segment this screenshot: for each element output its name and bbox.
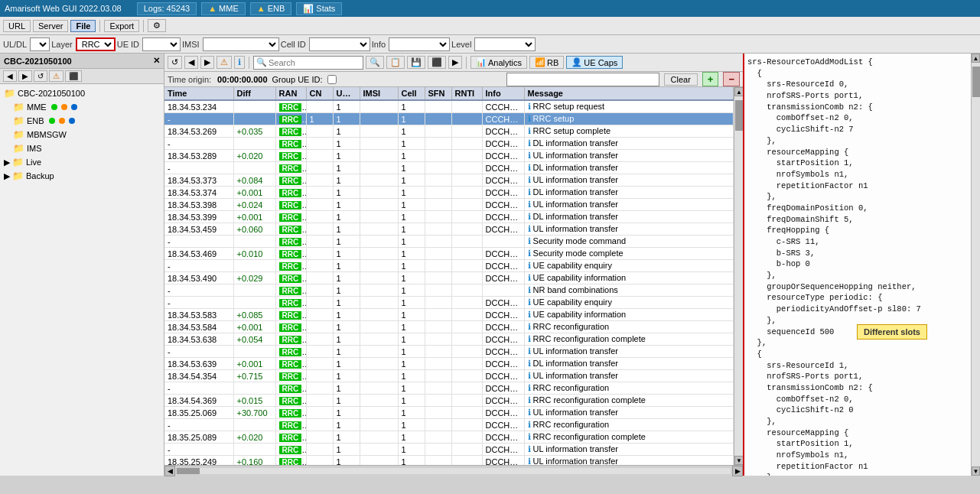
td-sfn [425, 431, 451, 444]
group-ue-checkbox[interactable] [327, 75, 337, 84]
table-row[interactable]: 18.34.54.369+0.015RRC→11DCCH-NRℹ RRC rec… [164, 395, 734, 407]
url-button[interactable]: URL [3, 20, 31, 32]
filter2-button[interactable]: 🔍 [366, 56, 384, 69]
layer-select[interactable]: RRC [76, 37, 116, 51]
table-row[interactable]: -RRC→11DCCH-NRℹ UE capability enquiry [164, 260, 734, 272]
export-button[interactable]: Export [104, 20, 139, 32]
sidebar-close-icon[interactable]: ✕ [153, 56, 160, 66]
h-scrollbar[interactable]: ◀ ▶ [164, 465, 743, 476]
logs-button[interactable]: Logs: 45243 [137, 2, 197, 15]
analytics-button[interactable]: 📊 Analytics [470, 56, 527, 69]
table-row[interactable]: 18.34.53.490+0.029RRC→11DCCH-NRℹ UE capa… [164, 272, 734, 284]
right-scroll-thumb[interactable] [972, 67, 980, 97]
filter-text-input[interactable] [506, 73, 659, 86]
info-select[interactable] [389, 37, 450, 51]
table-row[interactable]: 18.34.53.638+0.054RRC→11DCCH-NRℹ RRC rec… [164, 333, 734, 346]
table-row[interactable]: 18.34.53.399+0.001RRC→11DCCH-NRℹ DL info… [164, 211, 734, 223]
ue-caps-button[interactable]: 👤 UE Caps [566, 56, 623, 69]
table-row[interactable]: 18.34.53.289+0.020RRC→11DCCH-NRℹ UL info… [164, 150, 734, 162]
add-button[interactable]: + [702, 72, 719, 86]
h-scroll-track[interactable] [177, 468, 731, 474]
minus-button[interactable]: − [723, 72, 740, 86]
table-row[interactable]: 18.34.53.374+0.001RRC→11DCCH-NRℹ DL info… [164, 187, 734, 199]
rb-button[interactable]: 📶 RB [529, 56, 564, 69]
tree-item-root[interactable]: 📁 CBC-2021050100 [2, 86, 161, 100]
save-button[interactable]: 💾 [407, 56, 425, 69]
tree-item-mbmsgw[interactable]: 📁 MBMSGW [2, 128, 161, 141]
table-row[interactable]: 18.35.25.069+30.700RRC→11DCCH-NRℹ UL inf… [164, 407, 734, 419]
right-scroll-up[interactable]: ▲ [972, 54, 980, 63]
copy-button[interactable]: 📋 [386, 56, 405, 69]
info-button[interactable]: ℹ [234, 56, 245, 69]
table-row[interactable]: -RRC→11DCCH-NRℹ DL information transfer [164, 138, 734, 150]
tree-item-backup[interactable]: ▶ 📁 Backup [2, 169, 161, 183]
h-scroll-left[interactable]: ◀ [164, 466, 175, 476]
th-cell: Cell [398, 87, 425, 100]
table-row[interactable]: 18.34.53.373+0.084RRC→11DCCH-NRℹ UL info… [164, 174, 734, 187]
play-button[interactable]: ▶ [448, 56, 462, 69]
table-row[interactable]: -RRC→111CCCH-NRℹ RRC setup [164, 113, 734, 125]
h-scroll-thumb[interactable] [177, 468, 200, 474]
cellid-select[interactable] [309, 37, 370, 51]
tree-item-mme[interactable]: 📁 MME [2, 100, 161, 114]
table-row[interactable]: 18.34.53.584+0.001RRC→11DCCH-NRℹ RRC rec… [164, 321, 734, 333]
forward-button[interactable]: ▶ [200, 56, 214, 69]
sidebar-nav-back[interactable]: ◀ [3, 70, 17, 82]
table-row[interactable]: -RRC→11DCCH-NRℹ RRC reconfiguration [164, 382, 734, 395]
sidebar-nav-refresh[interactable]: ↺ [34, 70, 47, 82]
warn-button[interactable]: ⚠ [217, 56, 232, 69]
enb-button[interactable]: ▲ ENB [250, 2, 292, 15]
td-rnti [451, 236, 482, 248]
table-row[interactable]: 18.34.53.398+0.024RRC→11DCCH-NRℹ UL info… [164, 199, 734, 211]
v-scrollbar[interactable]: ▲ ▼ [734, 87, 743, 465]
table-row[interactable]: 18.34.54.354+0.715RRC→11DCCH-NRℹ UL info… [164, 370, 734, 382]
td-message: ℹ UL information transfer [524, 150, 734, 162]
tree-item-ims[interactable]: 📁 IMS [2, 141, 161, 155]
table-row[interactable]: 18.34.53.459+0.060RRC→11DCCH-NRℹ UL info… [164, 223, 734, 236]
table-row[interactable]: -RRC→11DCCH-NRℹ DL information transfer [164, 162, 734, 174]
table-row[interactable]: -RRC→11ℹ Security mode command [164, 236, 734, 248]
layer-label: Layer [51, 40, 73, 49]
h-scroll-right[interactable]: ▶ [732, 466, 743, 476]
table-row[interactable]: -RRC→11ℹ NR band combinations [164, 284, 734, 297]
rrc-badge: RRC [279, 238, 302, 246]
file-button[interactable]: File [70, 20, 96, 32]
table-row[interactable]: 18.34.53.583+0.085RRC→11DCCH-NRℹ UE capa… [164, 309, 734, 321]
back-button[interactable]: ◀ [184, 56, 198, 69]
table-row[interactable]: -RRC→11DCCH-NRℹ UL information transfer [164, 444, 734, 456]
table-row[interactable]: 18.35.25.249+0.160RRC→11DCCH-NRℹ UL info… [164, 456, 734, 466]
stats-button[interactable]: 📊 Stats [296, 2, 342, 15]
sidebar-nav-warn[interactable]: ⚠ [49, 70, 63, 82]
imsi-select[interactable] [203, 37, 279, 51]
sidebar-nav-stop[interactable]: ⬛ [65, 70, 82, 82]
table-row[interactable]: 18.34.53.234RRC→11CCCH-NRℹ RRC setup req… [164, 100, 734, 113]
table-row[interactable]: -RRC→11DCCH-NRℹ UL information transfer [164, 346, 734, 358]
mme-button[interactable]: ▲ MME [201, 2, 246, 15]
table-row[interactable]: 18.35.25.089+0.020RRC→11DCCH-NRℹ RRC rec… [164, 431, 734, 444]
server-button[interactable]: Server [33, 20, 68, 32]
level-select[interactable] [474, 37, 536, 51]
right-panel-content[interactable]: srs-ResourceToAddModList { { srs-Resourc… [744, 54, 971, 476]
clear-button[interactable]: Clear [664, 73, 698, 86]
table-row[interactable]: -RRC→11DCCH-NRℹ RRC reconfiguration [164, 419, 734, 431]
refresh-button[interactable]: ↺ [168, 56, 182, 69]
v-scroll-thumb[interactable] [735, 100, 743, 131]
v-scroll-track[interactable] [734, 96, 743, 456]
ueid-select[interactable] [142, 37, 181, 51]
sidebar-nav-forward[interactable]: ▶ [18, 70, 32, 82]
table-row[interactable]: -RRC→11DCCH-NRℹ UE capability enquiry [164, 297, 734, 309]
table-row[interactable]: 18.34.53.469+0.010RRC→11DCCH-NRℹ Securit… [164, 248, 734, 260]
td-message: ℹ RRC reconfiguration [524, 321, 734, 333]
right-v-scrollbar[interactable]: ▲ ▼ [971, 54, 980, 476]
right-scroll-track[interactable] [972, 63, 980, 466]
right-scroll-down[interactable]: ▼ [972, 466, 980, 476]
td-ueid: 1 [333, 419, 360, 431]
table-row[interactable]: 18.34.53.639+0.001RRC→11DCCH-NRℹ DL info… [164, 358, 734, 370]
settings-button[interactable]: ⚙ [148, 19, 166, 32]
stop-button[interactable]: ⬛ [428, 56, 446, 69]
tree-item-enb[interactable]: 📁 ENB [2, 114, 161, 128]
tree-item-live[interactable]: ▶ 📁 Live [2, 155, 161, 169]
table-row[interactable]: 18.34.53.269+0.035RRC→11DCCH-NRℹ RRC set… [164, 125, 734, 138]
uldl-select[interactable] [30, 37, 50, 51]
search-input[interactable] [269, 58, 360, 67]
